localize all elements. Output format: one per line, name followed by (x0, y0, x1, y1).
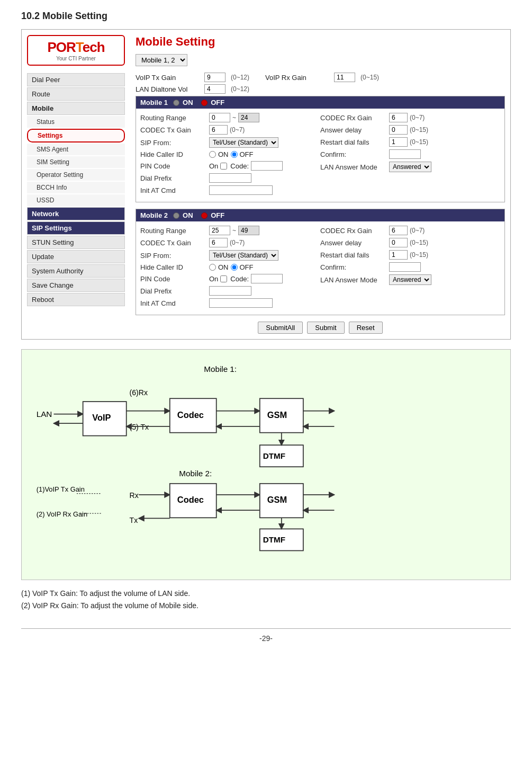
mobile2-init-at-input[interactable] (209, 298, 273, 308)
reset-button[interactable]: Reset (349, 322, 383, 334)
mobile1-codec-rx-input[interactable] (389, 113, 408, 122)
sidebar-item-dial-peer[interactable]: Dial Peer (27, 73, 125, 86)
mobile2-on-dot (173, 212, 179, 219)
sidebar-item-ussd[interactable]: USSD (27, 194, 125, 206)
mobile2-hide-caller-radio: ON OFF (209, 263, 254, 271)
voip-rx-gain-input[interactable] (334, 73, 355, 82)
mobile1-hide-caller-off-radio[interactable] (231, 151, 238, 158)
voip-box-label: VoIP (92, 413, 111, 422)
mobile1-answer-delay-input[interactable] (389, 125, 408, 135)
mobile2-confirm-input[interactable] (389, 262, 421, 272)
mobile1-section: Mobile 1 ON OFF Routing Range (136, 96, 505, 202)
mobile1-codec-rx-label: CODEC Rx Gain (320, 114, 389, 122)
sidebar-item-sms-agent[interactable]: SMS Agent (27, 144, 125, 155)
sidebar-item-settings[interactable]: Settings (27, 129, 125, 143)
mobile1-sip-from-label: SIP From: (140, 139, 209, 147)
sidebar-item-network[interactable]: Network (27, 207, 125, 220)
mobile2-codec-tx-row: CODEC Tx Gain (0~7) (140, 238, 320, 247)
mobile1-init-at-row: Init AT Cmd (140, 185, 320, 195)
mobile2-restart-input[interactable] (389, 250, 408, 260)
mobile1-codec-tx-input[interactable] (209, 125, 228, 135)
mobile1-body: Routing Range ~ CODEC Tx Gain (0~7) (136, 109, 504, 202)
mobile1-codec-rx-range: (0~7) (410, 114, 425, 121)
mobile2-restart-label: Restart dial fails (320, 251, 389, 259)
mobile2-routing-to[interactable] (238, 226, 259, 235)
sidebar-item-save-change[interactable]: Save Change (27, 279, 125, 292)
desc-line-1: (1) VoIP Tx Gain: To adjust the volume o… (21, 588, 511, 600)
mobile1-hide-caller-on-radio[interactable] (209, 151, 216, 158)
mobile1-sip-from-select[interactable]: Tel/User (Standard) (209, 137, 278, 148)
mobile1-lan-answer-select[interactable]: Answered (389, 162, 431, 172)
sidebar-item-sim-setting[interactable]: SIM Setting (27, 156, 125, 168)
mobile2-pin-label: PIN Code (140, 275, 209, 283)
mobile2-hide-caller-off-radio[interactable] (231, 264, 238, 271)
mobile2-answer-delay-input[interactable] (389, 238, 408, 247)
mobile2-sip-from-row: SIP From: Tel/User (Standard) (140, 250, 320, 261)
mobile1-right-col: CODEC Rx Gain (0~7) Answer delay (0~15) … (320, 113, 500, 198)
dtmf1-label: DTMF (263, 451, 285, 460)
mobile1-routing-from[interactable] (209, 113, 230, 122)
mobile1-restart-input[interactable] (389, 137, 408, 147)
mobile1-lan-answer-row: LAN Answer Mode Answered (320, 162, 500, 172)
mobile2-codec-rx-label: CODEC Rx Gain (320, 227, 389, 235)
mobile1-pin-code-input[interactable] (251, 161, 283, 171)
mobile2-off-dot (201, 212, 208, 219)
mobile2-codec-rx-range: (0~7) (410, 227, 425, 234)
sidebar-item-status[interactable]: Status (27, 116, 125, 128)
mobile1-routing-to[interactable] (238, 113, 259, 122)
desc-line-2: (2) VoIP Rx Gain: To adjust the volume o… (21, 600, 511, 612)
mobile2-pin-checkbox[interactable] (220, 275, 227, 282)
mobile1-on-dot (173, 100, 179, 106)
mobile1-lan-answer-label: LAN Answer Mode (320, 163, 389, 171)
mobile1-pin-checkbox[interactable] (220, 163, 227, 170)
mobile1-title: Mobile 1 (140, 99, 168, 106)
sidebar-item-update[interactable]: Update (27, 250, 125, 263)
mobile-select[interactable]: Mobile 1, 2 (136, 54, 187, 66)
sidebar-item-sip-settings[interactable]: SIP Settings (27, 221, 125, 235)
sidebar-item-route[interactable]: Route (27, 87, 125, 101)
mobile2-routing-from[interactable] (209, 226, 230, 235)
mobile1-codec-tx-label: CODEC Tx Gain (140, 126, 209, 134)
sidebar-item-mobile[interactable]: Mobile (27, 102, 125, 115)
sidebar: PORTech Your CTI Partner Dial Peer Route… (27, 35, 125, 334)
mobile1-routing-range-label: Routing Range (140, 114, 209, 122)
description-section: (1) VoIP Tx Gain: To adjust the volume o… (21, 588, 511, 613)
submit-all-button[interactable]: SubmitAll (258, 322, 303, 334)
voip-tx-gain-input[interactable] (204, 73, 226, 82)
mobile2-pin-code-input[interactable] (251, 274, 283, 283)
mobile1-init-at-label: Init AT Cmd (140, 186, 209, 194)
mobile1-restart-range: (0~15) (410, 138, 428, 146)
mobile1-confirm-label: Confirm: (320, 150, 389, 158)
sidebar-item-stun-setting[interactable]: STUN Setting (27, 236, 125, 249)
lan-dialtone-input[interactable] (204, 84, 226, 94)
mobile2-dial-prefix-row: Dial Prefix (140, 286, 320, 296)
mobile2-hide-caller-on-radio[interactable] (209, 264, 216, 271)
mobile2-restart-range: (0~15) (410, 251, 428, 259)
mobile1-pin-confirm-row: Confirm: (320, 149, 500, 159)
mobile-select-row: Mobile 1, 2 (136, 54, 505, 66)
mobile2-routing-range-label: Routing Range (140, 227, 209, 235)
sidebar-item-system-authority[interactable]: System Authority (27, 264, 125, 278)
submit-button[interactable]: Submit (307, 322, 344, 334)
mobile2-body: Routing Range ~ CODEC Tx Gain (0~7) (136, 221, 504, 315)
sidebar-item-reboot[interactable]: Reboot (27, 293, 125, 306)
mobile1-routing-range: ~ (209, 113, 259, 122)
mobile2-on-label: ON (183, 211, 193, 219)
mobile2-codec-tx-label: CODEC Tx Gain (140, 239, 209, 247)
mobile1-restart-label: Restart dial fails (320, 138, 389, 146)
sidebar-item-operator-setting[interactable]: Operator Setting (27, 169, 125, 181)
sidebar-item-bcch-info[interactable]: BCCH Info (27, 182, 125, 193)
mobile2-pin-on-label: On (209, 275, 218, 283)
mobile2-dial-prefix-input[interactable] (209, 286, 251, 296)
mobile2-codec-tx-input[interactable] (209, 238, 228, 247)
mobile2-codec-rx-input[interactable] (389, 226, 408, 235)
mobile1-dial-prefix-input[interactable] (209, 173, 251, 183)
mobile1-confirm-input[interactable] (389, 149, 421, 159)
mobile2-sip-from-select[interactable]: Tel/User (Standard) (209, 250, 278, 261)
diagram-section: Mobile 1: Mobile 2: LAN VoIP (6)Rx (5) T… (21, 349, 511, 580)
mobile1-init-at-input[interactable] (209, 185, 273, 195)
mobile2-lan-answer-select[interactable]: Answered (389, 274, 431, 285)
mobile2-routing-range: ~ (209, 226, 259, 235)
rx6-label: (6)Rx (130, 388, 148, 397)
voip-tx-gain-label: VoIP Tx Gain (136, 74, 199, 82)
